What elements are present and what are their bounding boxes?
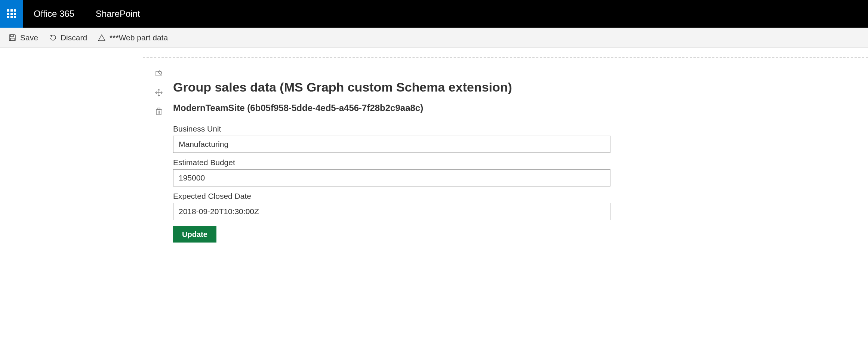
save-button[interactable]: Save [8,33,38,42]
app-launcher-button[interactable] [0,0,23,28]
estimated-budget-input[interactable] [173,169,610,186]
expected-closed-date-input[interactable] [173,203,610,220]
business-unit-label: Business Unit [173,124,857,133]
svg-rect-1 [10,35,13,37]
triangle-icon [98,34,106,42]
trash-icon [155,107,163,115]
svg-rect-9 [158,108,160,109]
field-business-unit: Business Unit [173,124,857,153]
canvas-area: Group sales data (MS Graph custom Schema… [0,48,868,254]
webpart-data-label: ***Web part data [110,33,168,42]
suite-app-label[interactable]: SharePoint [85,0,151,28]
webpart-container: Group sales data (MS Graph custom Schema… [143,57,868,254]
suite-bar: Office 365 SharePoint [0,0,868,28]
suite-brand-label[interactable]: Office 365 [23,0,85,28]
webpart-subtitle: ModernTeamSite (6b05f958-5dde-4ed5-a456-… [173,103,857,113]
discard-button[interactable]: Discard [49,33,87,42]
field-estimated-budget: Estimated Budget [173,158,857,186]
discard-label: Discard [61,33,87,42]
estimated-budget-label: Estimated Budget [173,158,857,167]
field-expected-closed-date: Expected Closed Date [173,192,857,220]
svg-rect-2 [10,38,14,41]
delete-webpart-button[interactable] [154,106,164,117]
move-webpart-button[interactable] [154,87,164,98]
waffle-icon [7,9,16,18]
undo-icon [49,34,57,42]
expected-closed-date-label: Expected Closed Date [173,192,857,201]
edit-webpart-button[interactable] [154,69,164,79]
command-bar: Save Discard ***Web part data [0,28,868,48]
webpart-content: Group sales data (MS Graph custom Schema… [173,69,857,243]
svg-marker-3 [98,35,105,41]
webpart-data-button[interactable]: ***Web part data [98,33,168,42]
update-button[interactable]: Update [173,226,216,243]
webpart-title: Group sales data (MS Graph custom Schema… [173,80,857,95]
save-label: Save [20,33,38,42]
edit-icon [155,70,163,78]
svg-rect-5 [157,109,161,115]
business-unit-input[interactable] [173,136,610,153]
save-icon [8,34,16,42]
move-icon [155,89,163,97]
webpart-toolbar [154,69,164,117]
